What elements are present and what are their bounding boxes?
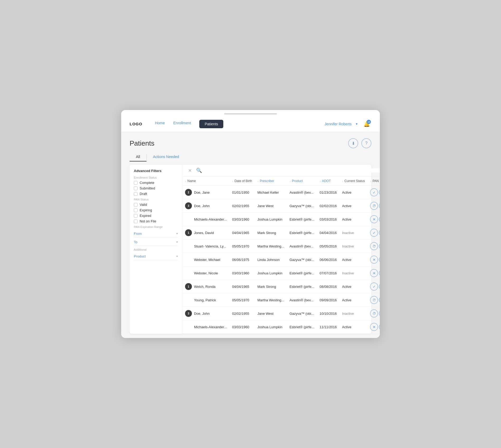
row-actions: ✓↺⋮: [370, 283, 380, 290]
cell-status: Active: [339, 280, 367, 293]
action-clock-button[interactable]: ⏱: [370, 296, 378, 304]
checkbox-valid[interactable]: [134, 203, 138, 207]
action-refresh-button[interactable]: ↺: [379, 323, 380, 331]
cell-status: Active: [339, 213, 367, 226]
col-pan[interactable]: ↓PAN: [367, 177, 380, 186]
action-refresh-button[interactable]: ↺: [379, 309, 380, 317]
tab-all[interactable]: All: [130, 152, 146, 161]
col-product[interactable]: ↓Product: [287, 177, 317, 186]
cell-adot: 09/09/2016: [317, 293, 339, 307]
cell-status: Inactive: [339, 266, 367, 280]
col-adot[interactable]: ↓ADOT: [317, 177, 339, 186]
search-input[interactable]: [205, 168, 380, 173]
sort-name-icon: ↓: [185, 180, 186, 183]
name-cell: Webster, Nicole: [185, 271, 227, 275]
col-name[interactable]: ↓Name: [182, 177, 229, 186]
action-refresh-button[interactable]: ↺: [379, 269, 380, 277]
action-cross-button[interactable]: ✕: [370, 256, 378, 264]
cell-status: Active: [339, 320, 367, 334]
action-check-button[interactable]: ✓: [370, 283, 378, 290]
search-icon: 🔍: [196, 168, 202, 173]
to-label: To: [134, 240, 138, 244]
col-dob[interactable]: ↓Date of Birth: [229, 177, 255, 186]
cell-dob: 03/03/1960: [229, 320, 255, 334]
checkbox-complete[interactable]: [134, 181, 138, 185]
user-dropdown-arrow: ▾: [356, 122, 358, 126]
cell-status: Active: [339, 293, 367, 307]
action-refresh-button[interactable]: ↺: [379, 283, 380, 290]
to-dropdown[interactable]: To ▾: [134, 239, 178, 246]
tab-actions-needed[interactable]: Actions Needed: [147, 152, 186, 161]
cross-icon: ✕: [373, 325, 376, 329]
patient-name: Welch, Ronda: [194, 285, 215, 289]
action-refresh-button[interactable]: ↺: [379, 242, 380, 250]
action-clock-button[interactable]: ⏱: [370, 242, 378, 250]
nav-patients[interactable]: Patients: [199, 120, 223, 128]
row-actions: ⏱↺⋮: [370, 309, 380, 317]
cell-product: Esbriet® (pirfe...: [287, 280, 317, 293]
checkbox-draft[interactable]: [134, 192, 138, 196]
patient-name: Jones, David: [194, 231, 214, 235]
notification-badge: 18: [367, 120, 371, 124]
col-prescriber[interactable]: ↓Prescriber: [255, 177, 287, 186]
notifications-button[interactable]: 🔔 18: [362, 119, 371, 129]
logo: LOGO: [130, 122, 142, 126]
cell-prescriber: Joshua Lumpkin: [255, 320, 287, 334]
action-refresh-button[interactable]: ↺: [379, 188, 380, 196]
download-button[interactable]: ⬇: [348, 138, 358, 148]
drag-bar: [121, 110, 380, 116]
patient-name: Michaels-Alexander...: [194, 217, 227, 221]
cell-prescriber: Jane West: [255, 199, 287, 213]
filter-sidebar: Advanced Filters Enrollment Status Compl…: [130, 165, 182, 334]
help-button[interactable]: ?: [361, 138, 371, 148]
cell-product: Avastin® (bev...: [287, 293, 317, 307]
action-refresh-button[interactable]: ↺: [379, 296, 380, 304]
checkbox-not-on-file[interactable]: [134, 220, 138, 223]
action-cross-button[interactable]: ✕: [370, 323, 378, 331]
action-check-button[interactable]: ✓: [370, 229, 378, 237]
checkbox-expired[interactable]: [134, 214, 138, 218]
check-icon: ✓: [373, 190, 376, 194]
action-clock-button[interactable]: ⏱: [370, 309, 378, 317]
cell-dob: 02/02/1955: [229, 307, 255, 320]
product-dropdown[interactable]: Product ▾: [134, 253, 178, 260]
search-close-button[interactable]: ✕: [187, 167, 193, 174]
nav-enrollment[interactable]: Enrollment: [173, 120, 191, 128]
action-refresh-button[interactable]: ↺: [379, 229, 380, 237]
checkbox-submitted[interactable]: [134, 187, 138, 190]
action-cross-button[interactable]: ✕: [370, 269, 378, 277]
action-refresh-button[interactable]: ↺: [379, 256, 380, 264]
clock-icon: ⏱: [372, 204, 376, 208]
cell-prescriber: Michael Keller: [255, 186, 287, 199]
cell-status: Inactive: [339, 240, 367, 253]
nav-links: Home Enrollment Patients: [155, 120, 324, 128]
user-name[interactable]: Jennifer Roberts: [324, 122, 352, 126]
action-refresh-button[interactable]: ↺: [379, 215, 380, 223]
enrollment-status-label: Enrollment Status: [134, 176, 178, 179]
cell-prescriber: Joshua Lumpkin: [255, 213, 287, 226]
patient-name: Michaels-Alexander...: [194, 325, 227, 329]
close-icon: ✕: [188, 168, 192, 173]
action-cross-button[interactable]: ✕: [370, 215, 378, 223]
from-dropdown[interactable]: From ▾: [134, 230, 178, 237]
cell-actions: ⏱↺⋮: [367, 199, 380, 213]
name-cell: Webster, Michael: [185, 258, 227, 262]
cell-product: Gazyva™ (obi...: [287, 253, 317, 266]
filter-not-on-file: Not on File: [134, 219, 178, 223]
checkbox-expiring[interactable]: [134, 208, 138, 212]
nav-home[interactable]: Home: [155, 120, 165, 128]
action-check-button[interactable]: ✓: [370, 188, 378, 196]
cell-adot: 10/10/2016: [317, 307, 339, 320]
action-clock-button[interactable]: ⏱: [370, 202, 378, 210]
row-actions: ✓↺⋮: [370, 188, 380, 196]
cell-dob: 01/01/1950: [229, 186, 255, 199]
help-icon: ?: [365, 141, 368, 146]
col-status[interactable]: ↓Current Status: [339, 177, 367, 186]
avatar: 3: [185, 202, 192, 209]
from-label: From: [134, 232, 142, 236]
patient-name: Doe, John: [194, 204, 210, 208]
cell-prescriber: Joshua Lumpkin: [255, 266, 287, 280]
action-refresh-button[interactable]: ↺: [379, 202, 380, 210]
patient-table: ↓Name ↓Date of Birth ↓Prescriber ↓Produc…: [182, 177, 380, 334]
filter-expiring: Expiring: [134, 208, 178, 212]
